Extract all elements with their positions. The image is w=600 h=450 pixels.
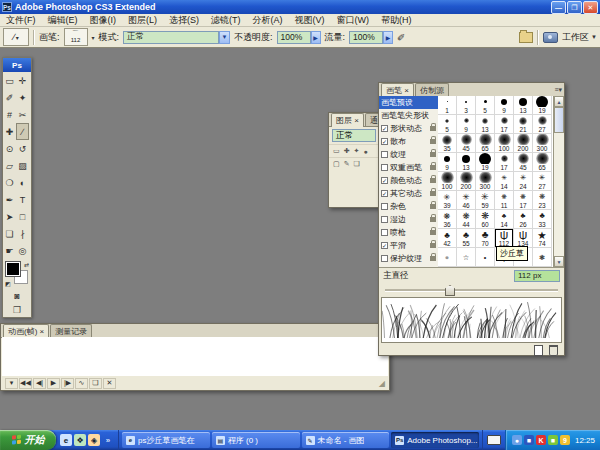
lasso-tool[interactable]: ✐ [3,89,16,106]
go-to-bridge-icon[interactable] [543,32,558,43]
checkbox-icon[interactable] [381,164,388,171]
scroll-up-icon[interactable]: ▲ [554,96,564,107]
menu-item-8[interactable]: 视图(V) [289,14,331,27]
brush-preset-4-5[interactable]: 45 [514,153,533,172]
brush-section-12[interactable]: ✓平滑 [379,239,438,252]
toolbox-header[interactable]: Ps [3,58,31,72]
brush-preset-9-2[interactable]: ☆ [457,248,476,267]
brush-preset-8-3[interactable]: ♣70 [476,229,495,248]
brush-preset-5-2[interactable]: 200 [457,172,476,191]
checkbox-icon[interactable] [381,216,388,223]
checkbox-icon[interactable] [381,203,388,210]
new-frame-button[interactable]: ❏ [89,378,102,389]
hand-tool[interactable]: ☛ [3,242,16,259]
menu-item-3[interactable]: 图像(I) [84,14,123,27]
quick-launch-more[interactable]: » [102,434,114,446]
path-selection-tool[interactable]: ➤ [3,208,16,225]
lock-icon[interactable] [430,256,436,261]
quick-launch-desktop[interactable]: ❖ [74,434,86,446]
next-frame-button[interactable]: |▶ [61,378,74,389]
brush-section-2[interactable]: 画笔笔尖形状 [379,109,438,122]
scrollbar-thumb[interactable] [554,107,564,133]
quick-selection-tool[interactable]: ✦ [16,89,29,106]
brush-preset-8-2[interactable]: ♣55 [457,229,476,248]
taskbar-button-1[interactable]: eps沙丘草画笔在 [122,432,210,448]
tween-button[interactable]: ∿ [75,378,88,389]
brush-grid-scrollbar[interactable]: ▲ ▼ [553,96,564,267]
brush-preset-6-4[interactable]: ❋11 [495,191,514,210]
menu-item-10[interactable]: 帮助(H) [375,14,418,27]
brush-preset-7-1[interactable]: ❋36 [438,210,457,229]
brush-section-1[interactable]: 画笔预设 [379,96,438,109]
healing-brush-tool[interactable]: ✚ [3,123,16,140]
layers-control-icon-2-2[interactable]: ✎ [344,160,350,168]
lock-icon[interactable] [430,217,436,222]
brush-preset-7-6[interactable]: ♣33 [533,210,552,229]
brush-preset-4-1[interactable]: 9 [438,153,457,172]
first-frame-button[interactable]: ◀◀ [19,378,32,389]
brushes-tab-2[interactable]: 仿制源 [415,83,449,96]
tray-icon-4[interactable]: ■ [548,435,558,445]
brush-preset-5-3[interactable]: 300 [476,172,495,191]
master-diameter-slider[interactable] [379,283,564,295]
slider-track[interactable] [385,289,558,292]
brush-section-5[interactable]: 纹理 [379,148,438,161]
checkbox-icon[interactable]: ✓ [381,177,388,184]
mode-select[interactable]: 正常 ▼ [123,31,230,44]
shape-tool[interactable]: □ [16,208,29,225]
layers-control-icon-1-4[interactable]: ● [363,148,367,155]
checkbox-icon[interactable] [381,255,388,262]
lock-icon[interactable] [430,126,436,131]
brush-preset-1-3[interactable]: 5 [476,96,495,115]
type-tool[interactable]: T [16,191,29,208]
chevron-down-icon[interactable]: ▼ [219,31,230,44]
resize-grip-icon[interactable]: ◢ [379,379,385,388]
brushes-panel-menu-icon[interactable]: ≡▾ [554,86,562,94]
brush-preset-5-4[interactable]: ✳14 [495,172,514,191]
brushes-tab-1[interactable]: 画笔 × [381,83,414,97]
animation-tab-1[interactable]: 动画(帧) × [3,324,49,338]
brush-preset-3-3[interactable]: 65 [476,134,495,153]
menu-item-6[interactable]: 滤镜(T) [205,14,247,27]
menu-item-5[interactable]: 选择(S) [163,14,205,27]
brush-preset-8-6[interactable]: ★74 [533,229,552,248]
brush-preset-6-3[interactable]: ✳59 [476,191,495,210]
chevron-right-icon[interactable]: ▶ [311,31,321,44]
blur-tool[interactable]: ❍ [3,174,16,191]
brush-preset-2-2[interactable]: 9 [457,115,476,134]
brush-preset-preview[interactable]: ⌒ 112 [64,28,88,46]
brush-preset-2-1[interactable]: 5 [438,115,457,134]
play-button[interactable]: ▶ [47,378,60,389]
brush-preset-9-6[interactable]: ❃ [533,248,552,267]
lock-icon[interactable] [430,243,436,248]
brush-preset-4-4[interactable]: 17 [495,153,514,172]
checkbox-icon[interactable] [381,229,388,236]
brush-preset-1-2[interactable]: 3 [457,96,476,115]
taskbar-button-4[interactable]: PsAdobe Photoshop... [391,432,479,448]
checkbox-icon[interactable]: ✓ [381,190,388,197]
dodge-tool[interactable]: ◐ [16,174,29,191]
minimize-button[interactable]: — [551,1,566,14]
menu-item-2[interactable]: 编辑(E) [42,14,84,27]
brush-preset-6-2[interactable]: ✳46 [457,191,476,210]
delete-brush-icon[interactable] [549,345,558,356]
taskbar-button-3[interactable]: ✎未命名 - 画图 [302,432,390,448]
crop-tool[interactable]: # [3,106,16,123]
eraser-tool[interactable]: ▱ [3,157,16,174]
foreground-color-swatch[interactable] [6,262,20,276]
palette-well-icon[interactable] [519,32,533,43]
menu-item-9[interactable]: 窗口(W) [331,14,376,27]
brush-preset-1-6[interactable]: 19 [533,96,552,115]
new-brush-icon[interactable] [534,345,543,356]
lock-icon[interactable] [430,139,436,144]
brush-preset-6-5[interactable]: ❋17 [514,191,533,210]
rectangular-marquee-tool[interactable]: ▭ [3,72,16,89]
brush-section-3[interactable]: ✓形状动态 [379,122,438,135]
lock-icon[interactable] [430,152,436,157]
zoom-tool[interactable]: ◎ [16,242,29,259]
master-diameter-value[interactable]: 112 px [514,270,560,282]
layers-control-icon-1-2[interactable]: ✚ [344,147,350,155]
brush-preset-7-3[interactable]: ❋60 [476,210,495,229]
restore-button[interactable]: ❐ [567,1,582,14]
brush-section-7[interactable]: ✓颜色动态 [379,174,438,187]
